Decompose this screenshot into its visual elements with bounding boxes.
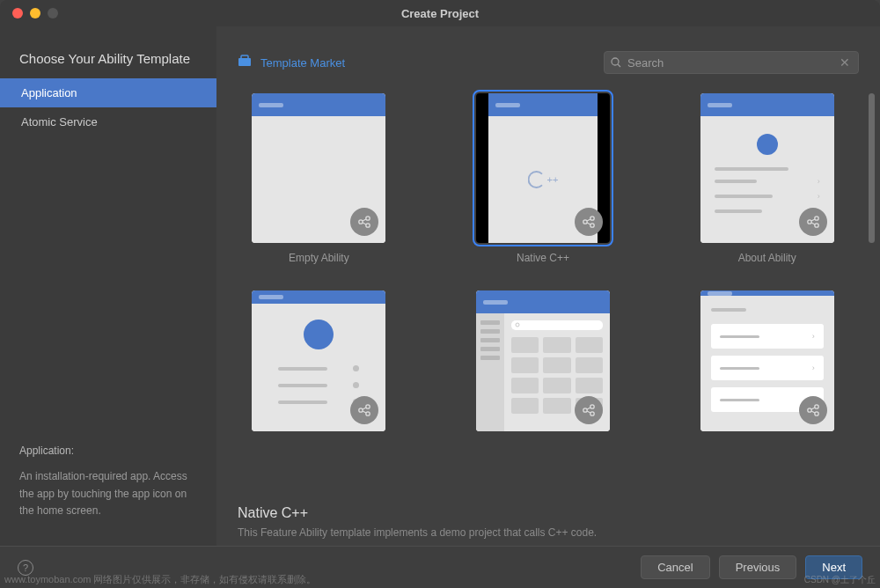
template-card[interactable]	[252, 290, 385, 431]
svg-point-14	[807, 220, 810, 224]
scrollbar[interactable]	[869, 93, 875, 493]
svg-line-3	[618, 64, 620, 67]
sidebar-item-atomic-service[interactable]: Atomic Service	[0, 107, 216, 136]
share-icon	[575, 396, 603, 424]
search-input[interactable]	[622, 56, 837, 70]
svg-line-18	[811, 223, 815, 224]
window-titlebar: Create Project	[0, 0, 880, 26]
template-card[interactable]	[476, 290, 610, 431]
svg-rect-1	[241, 55, 248, 59]
search-field[interactable]: ✕	[604, 51, 859, 74]
svg-line-33	[811, 408, 815, 409]
search-icon	[610, 56, 622, 69]
clear-search-icon[interactable]: ✕	[837, 55, 853, 70]
svg-line-34	[811, 411, 815, 413]
window-title: Create Project	[0, 7, 880, 20]
template-market-icon	[238, 55, 252, 70]
svg-point-26	[590, 405, 594, 408]
detail-title: Native C++	[238, 505, 859, 521]
share-icon	[799, 396, 827, 424]
sidebar-desc-title: Application:	[19, 443, 197, 459]
svg-line-29	[587, 411, 590, 413]
svg-line-17	[811, 219, 815, 221]
svg-line-23	[363, 411, 366, 413]
template-card-about-ability[interactable]: › › ›	[700, 93, 834, 243]
svg-line-28	[587, 408, 590, 409]
sidebar-description: Application: An installation-required ap…	[0, 443, 216, 546]
svg-line-22	[363, 408, 366, 409]
template-label: Empty Ability	[289, 252, 349, 264]
svg-point-32	[814, 412, 818, 415]
svg-point-4	[359, 220, 363, 224]
svg-point-24	[516, 323, 519, 327]
svg-point-16	[814, 224, 818, 227]
svg-point-6	[366, 224, 370, 227]
svg-point-25	[583, 408, 587, 412]
svg-point-20	[366, 405, 370, 408]
svg-point-21	[366, 412, 370, 415]
cpp-icon: ++	[528, 171, 559, 188]
sidebar: Choose Your Ability Template Application…	[0, 26, 216, 546]
svg-point-9	[583, 220, 587, 224]
svg-point-31	[814, 405, 818, 408]
svg-line-7	[363, 219, 366, 221]
share-icon	[575, 208, 603, 236]
svg-point-11	[590, 224, 594, 227]
template-label: About Ability	[738, 252, 796, 264]
previous-button[interactable]: Previous	[719, 555, 797, 579]
watermark-right: CSDN @土了个丘	[804, 574, 876, 586]
template-label: Native C++	[517, 252, 569, 264]
svg-line-8	[363, 223, 366, 224]
template-detail: Native C++ This Feature Ability template…	[216, 493, 880, 546]
toolbar: Template Market ✕	[216, 26, 880, 86]
svg-point-10	[590, 217, 594, 220]
svg-line-13	[587, 223, 590, 224]
detail-description: This Feature Ability template implements…	[238, 526, 859, 539]
svg-point-15	[814, 217, 818, 220]
share-icon	[799, 208, 827, 236]
cancel-button[interactable]: Cancel	[641, 555, 709, 579]
template-card[interactable]: › › ›	[700, 290, 834, 431]
sidebar-desc-text: An installation-required app. Access the…	[19, 468, 197, 519]
svg-point-27	[590, 412, 594, 415]
sidebar-item-application[interactable]: Application	[0, 78, 216, 107]
template-market-link[interactable]: Template Market	[260, 56, 345, 70]
svg-point-19	[359, 408, 363, 412]
svg-point-30	[807, 408, 810, 412]
svg-point-2	[612, 58, 619, 65]
svg-line-12	[587, 219, 590, 221]
watermark-left: www.toymoban.com 网络图片仅供展示，非存储，如有侵权请联系删除。	[4, 573, 316, 586]
svg-point-5	[366, 217, 370, 220]
template-card-empty-ability[interactable]	[252, 93, 385, 243]
template-card-native-cpp[interactable]: ++	[476, 93, 610, 243]
template-gallery: Empty Ability ++	[238, 86, 868, 493]
page-heading: Choose Your Ability Template	[0, 51, 216, 78]
